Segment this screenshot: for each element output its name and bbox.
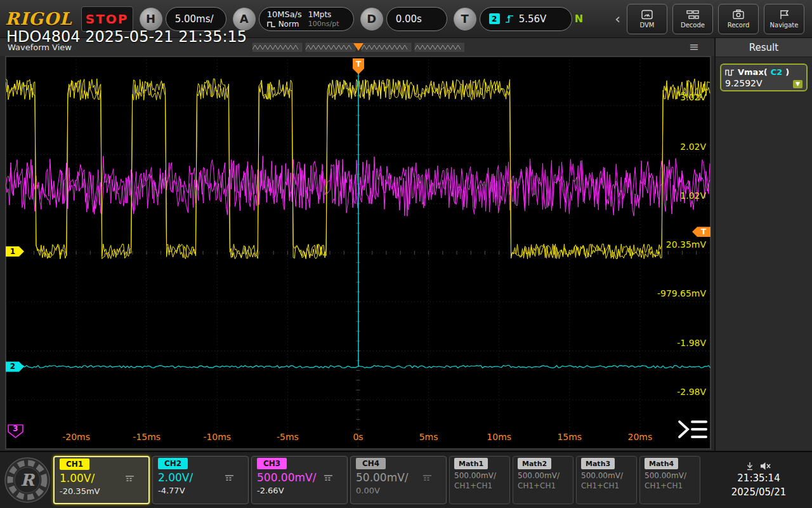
ch1-offset: -20.35mV [60,486,143,496]
math1-scale: 500.00mV/ [454,471,496,480]
measurement-value: 9.2592V [725,78,763,88]
toolbar-quick-menu: ‹ DVM Decode Record Navigate [615,0,812,37]
horizontal-position-indicator[interactable] [252,42,464,52]
pulse-icon [267,21,276,27]
run-stop-status[interactable]: STOP [81,6,133,32]
horizontal-knob[interactable]: H [140,8,162,30]
dvm-label: DVM [640,22,655,29]
channel-box-ch3[interactable]: CH3 500.00mV/ -2.66V [251,456,348,504]
svg-text:-2.98V: -2.98V [677,387,706,397]
math-box-math2[interactable]: Math2 500.00mV/ CH1+CH1 [513,456,573,504]
channel-tab-ch2: CH2 [158,458,188,469]
decode-icon [686,10,700,20]
channel-box-ch1[interactable]: CH1 1.00V/ -20.35mV [53,456,150,504]
trigger-knob[interactable]: T [454,8,476,30]
measurement-source: C2 [771,67,783,77]
rising-edge-icon [504,14,514,24]
math-tab-math2: Math2 [518,458,551,469]
svg-text:T: T [701,227,707,236]
decode-label: Decode [681,22,705,29]
waveform-canvas[interactable]: 3.02V2.02V1.02V20.35mV-979.65mV-1.98V-2.… [6,57,710,449]
ch2-offset-marker[interactable]: 2 [6,361,24,371]
trigger-info[interactable]: 2 5.56V [480,7,572,31]
measurement-name-close: ) [785,67,789,77]
acquire-knob[interactable]: A [233,8,256,30]
math-tab-math1: Math1 [454,458,488,469]
status-time: 21:35:14 [737,472,780,485]
rigol-logo: RIGOL [5,9,72,29]
display-menu-expand-icon[interactable] [679,422,706,437]
top-toolbar: RIGOL STOP H 5.00ms/ A 10MSa/s Norm 1Mpt… [0,0,812,38]
horizontal-scale[interactable]: 5.00ms/ [166,7,226,31]
navigate-button[interactable]: Navigate [764,4,804,34]
math2-scale: 500.00mV/ [518,471,560,480]
ch4-offset: 0.00V [356,486,441,495]
svg-text:-979.65mV: -979.65mV [657,288,707,298]
main-area: Waveform View ≡ 3.02V2.02V1.02V20.35mV-9… [0,38,812,451]
ch2-offset: -4.77V [158,486,243,495]
navigate-label: Navigate [770,22,799,29]
hamburger-menu-icon[interactable]: ≡ [689,39,699,53]
math1-expression: CH1+CH1 [454,481,505,490]
record-icon [731,10,745,20]
record-button[interactable]: Record [718,4,759,34]
ch3-offset-marker[interactable]: 3 [8,424,23,438]
status-date: 2025/05/21 [731,486,786,498]
waveform-panel: Waveform View ≡ 3.02V2.02V1.02V20.35mV-9… [0,38,714,451]
time-per-point: 100ns/pt [308,20,339,28]
speaker-mute-icon[interactable] [760,462,771,471]
bottom-channel-bar: R CH1 1.00V/ -20.35mV CH2 2.00V/ -4.77V … [0,451,812,508]
math-box-math1[interactable]: Math1 500.00mV/ CH1+CH1 [449,456,510,504]
acquire-mode: Norm [278,20,299,29]
memory-depth: 1Mpts [308,10,332,19]
svg-text:-20ms: -20ms [62,432,90,442]
dvm-button[interactable]: DVM [627,4,667,34]
math-tab-math3: Math3 [581,458,615,469]
coupling-icon [225,474,234,481]
measurement-vmax-item[interactable]: Vmax(C2) 9.2592V ▼ [720,64,808,91]
svg-text:3.02V: 3.02V [680,92,706,102]
ch4-scale: 50.00mV/ [356,471,409,484]
waveform-view-header: Waveform View ≡ [0,38,714,56]
svg-text:20.35mV: 20.35mV [666,239,707,250]
svg-text:T: T [356,60,362,69]
acquisition-group: A 10MSa/s Norm 1Mpts 100ns/pt [233,7,354,31]
channel-box-ch2[interactable]: CH2 2.00V/ -4.77V [152,456,249,504]
svg-text:2.02V: 2.02V [680,142,706,152]
svg-text:3: 3 [13,424,18,433]
sample-rate: 10MSa/s [267,10,302,19]
collapse-chevron-icon[interactable]: ‹ [615,12,620,26]
trigger-level-marker[interactable]: T [692,227,710,237]
svg-text:2: 2 [10,362,15,371]
svg-text:R: R [20,471,35,490]
svg-text:1.02V: 1.02V [680,190,706,201]
delay-knob[interactable]: D [360,8,383,30]
svg-text:10ms: 10ms [487,432,511,442]
coupling-icon [125,475,134,482]
math-box-math3[interactable]: Math3 500.00mV/ CH1+CH1 [576,456,637,504]
coupling-icon [422,474,432,481]
delay-value[interactable]: 0.00s [386,7,447,31]
ch1-scale: 1.00V/ [60,472,95,485]
trigger-level-value: 5.56V [519,13,547,25]
ch1-offset-marker[interactable]: 1 [6,246,24,257]
dvm-icon [640,10,654,20]
svg-text:-10ms: -10ms [203,432,231,442]
trigger-group: T 2 5.56V N [454,7,587,31]
rigol-gear-logo[interactable]: R [4,457,51,504]
time-axis-labels: -20ms-15ms-10ms-5ms0s5ms10ms15ms20ms [62,432,652,442]
decode-button[interactable]: Decode [672,4,713,34]
svg-text:-5ms: -5ms [277,432,299,442]
trigger-position-marker[interactable]: T [353,58,364,74]
measurement-expand-icon[interactable]: ▼ [793,80,802,88]
channel-tab-ch4: CH4 [356,458,386,469]
channel-box-ch4[interactable]: CH4 50.00mV/ 0.00V [350,456,447,504]
result-panel: Result Vmax(C2) 9.2592V ▼ [714,38,812,451]
measurement-icon [725,69,735,76]
svg-text:0s: 0s [353,432,363,442]
acquisition-info[interactable]: 10MSa/s Norm 1Mpts 100ns/pt [259,7,354,31]
delay-group: D 0.00s [360,7,447,31]
math-box-math4[interactable]: Math4 500.00mV/ CH1+CH1 [639,456,700,504]
waveform-display[interactable]: 3.02V2.02V1.02V20.35mV-979.65mV-1.98V-2.… [5,56,711,450]
ch3-trace [6,156,710,217]
